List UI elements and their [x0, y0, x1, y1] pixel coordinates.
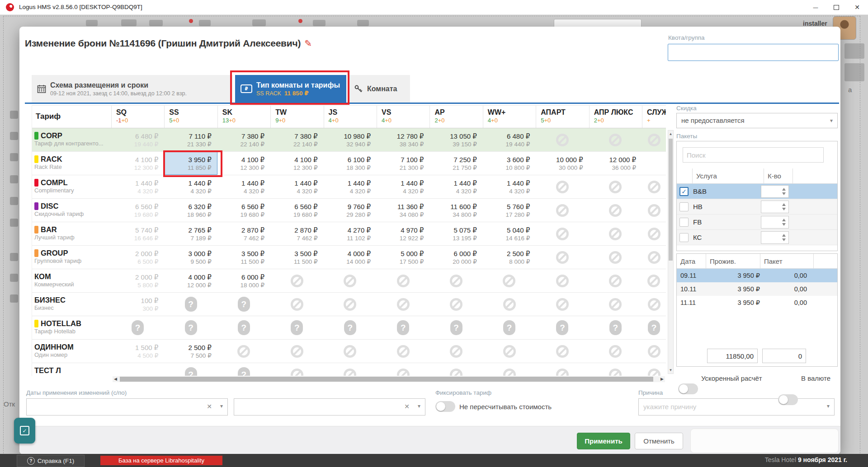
price-cell-БИЗНЕС-АПР ЛЮКС[interactable]	[589, 293, 642, 316]
price-cell-КОМ-SK[interactable]: 6 000 ₽18 000 ₽	[217, 269, 270, 292]
quantity-stepper[interactable]	[761, 216, 789, 229]
price-cell-RACK-VS[interactable]: 7 100 ₽21 300 ₽	[377, 152, 429, 175]
maximize-button[interactable]	[826, 0, 846, 14]
price-cell-GROUP-JS[interactable]: 4 000 ₽14 000 ₽	[324, 246, 377, 269]
price-cell-RACK-СЛУЖ[interactable]	[642, 152, 666, 175]
price-cell-DISC-WW+[interactable]: 5 760 ₽17 280 ₽	[483, 199, 536, 222]
stepper-down-icon[interactable]	[782, 192, 786, 195]
price-cell-BAR-АПР ЛЮКС[interactable]	[589, 222, 642, 245]
price-cell-RACK-АПР ЛЮКС[interactable]: 12 000 ₽36 000 ₽	[589, 152, 642, 175]
price-cell-COMPL-АПР ЛЮКС[interactable]	[589, 175, 642, 198]
column-header-SS[interactable]: SS5+0	[164, 106, 217, 128]
stepper-up-icon[interactable]	[782, 219, 786, 221]
price-cell-ТЕСТ Л-WW+[interactable]	[483, 363, 536, 376]
clear-icon[interactable]	[404, 403, 410, 410]
price-cell-DISC-JS[interactable]: 9 760 ₽29 280 ₽	[324, 199, 377, 222]
price-cell-RACK-AP[interactable]: 7 250 ₽21 750 ₽	[429, 152, 482, 175]
cancel-button[interactable]: Отменить	[635, 433, 683, 449]
chevron-down-icon[interactable]	[418, 403, 420, 409]
stepper-down-icon[interactable]	[782, 238, 786, 241]
chevron-down-icon[interactable]	[220, 403, 223, 409]
price-cell-COMPL-WW+[interactable]: 1 440 ₽4 320 ₽	[483, 175, 536, 198]
clear-icon[interactable]	[207, 403, 212, 410]
column-header-TW[interactable]: TW9+0	[270, 106, 323, 128]
chevron-down-icon[interactable]	[827, 403, 830, 409]
price-cell-HOTELLAB-SQ[interactable]: ?	[111, 316, 164, 339]
price-cell-COMPL-VS[interactable]: 1 440 ₽4 320 ₽	[377, 175, 429, 198]
price-cell-GROUP-SK[interactable]: 3 500 ₽11 500 ₽	[217, 246, 270, 269]
quick-action-button[interactable]	[14, 418, 35, 444]
price-cell-DISC-VS[interactable]: 11 360 ₽34 080 ₽	[377, 199, 429, 222]
grid-vertical-scrollbar[interactable]: ▲ ▼	[668, 130, 674, 374]
price-cell-ТЕСТ Л-СЛУЖ[interactable]	[642, 363, 666, 376]
price-cell-ОДИННОМ-AP[interactable]	[429, 340, 482, 363]
price-cell-HOTELLAB-AP[interactable]: ?	[429, 316, 482, 339]
price-cell-КОМ-VS[interactable]	[377, 269, 429, 292]
price-cell-CORP-SQ[interactable]: 6 480 ₽19 440 ₽	[111, 128, 164, 151]
price-cell-КОМ-АПР ЛЮКС[interactable]	[589, 269, 642, 292]
price-cell-БИЗНЕС-SS[interactable]: ?	[164, 293, 217, 316]
price-cell-ТЕСТ Л-SQ[interactable]	[111, 363, 164, 376]
stepper-down-icon[interactable]	[782, 223, 786, 226]
price-cell-ТЕСТ Л-АПАРТ[interactable]	[536, 363, 589, 376]
stepper-up-icon[interactable]	[782, 234, 786, 237]
price-cell-ТЕСТ Л-АПР ЛЮКС[interactable]	[589, 363, 642, 376]
in-currency-toggle[interactable]	[778, 394, 798, 405]
service-checkbox[interactable]	[679, 187, 689, 196]
price-cell-КОМ-SQ[interactable]: 2 000 ₽5 800 ₽	[111, 269, 164, 292]
tab-room[interactable]: Комната	[349, 75, 410, 103]
total-amount-field[interactable]: 11850,00	[707, 349, 758, 363]
price-cell-БИЗНЕС-TW[interactable]	[270, 293, 323, 316]
column-header-VS[interactable]: VS4+0	[377, 106, 429, 128]
price-cell-GROUP-WW+[interactable]: 2 500 ₽8 000 ₽	[483, 246, 536, 269]
price-cell-COMPL-СЛУЖ[interactable]	[642, 175, 666, 198]
price-cell-КОМ-WW+[interactable]	[483, 269, 536, 292]
price-cell-BAR-WW+[interactable]: 5 040 ₽14 616 ₽	[483, 222, 536, 245]
quantity-stepper[interactable]	[761, 201, 789, 213]
price-cell-ОДИННОМ-СЛУЖ[interactable]	[642, 340, 666, 363]
column-header-WW+[interactable]: WW+4+0	[483, 106, 536, 128]
price-cell-КОМ-СЛУЖ[interactable]	[642, 269, 666, 292]
price-cell-BAR-АПАРТ[interactable]	[536, 222, 589, 245]
price-cell-ТЕСТ Л-AP[interactable]	[429, 363, 482, 376]
price-cell-HOTELLAB-СЛУЖ[interactable]: ?	[642, 316, 666, 339]
minimize-button[interactable]	[806, 0, 826, 14]
accelerated-calc-toggle[interactable]	[678, 383, 698, 394]
price-cell-ОДИННОМ-TW[interactable]	[270, 340, 323, 363]
scroll-down-icon[interactable]: ▼	[668, 368, 673, 372]
column-header-АПАРТ[interactable]: АПАРТ5+0	[536, 106, 589, 128]
price-cell-BAR-SS[interactable]: 2 765 ₽7 189 ₽	[164, 222, 217, 245]
price-cell-COMPL-АПАРТ[interactable]	[536, 175, 589, 198]
service-checkbox[interactable]	[679, 233, 689, 242]
price-cell-БИЗНЕС-SQ[interactable]: 100 ₽300 ₽	[111, 293, 164, 316]
chevron-down-icon[interactable]	[830, 117, 833, 124]
price-cell-COMPL-JS[interactable]: 1 440 ₽4 320 ₽	[324, 175, 377, 198]
price-cell-GROUP-SS[interactable]: 3 000 ₽9 500 ₽	[164, 246, 217, 269]
scrollbar-thumb[interactable]	[120, 377, 653, 382]
price-cell-GROUP-TW[interactable]: 3 500 ₽11 500 ₽	[270, 246, 323, 269]
price-cell-GROUP-VS[interactable]: 5 000 ₽17 500 ₽	[377, 246, 429, 269]
price-cell-DISC-АПР ЛЮКС[interactable]	[589, 199, 642, 222]
price-cell-DISC-TW[interactable]: 6 560 ₽19 680 ₽	[270, 199, 323, 222]
price-cell-CORP-AP[interactable]: 13 050 ₽39 150 ₽	[429, 128, 482, 151]
help-button[interactable]: Справка (F1)	[17, 455, 85, 467]
price-cell-BAR-SK[interactable]: 2 870 ₽7 462 ₽	[217, 222, 270, 245]
service-row-КС[interactable]: КС	[677, 230, 837, 245]
scrollbar-thumb[interactable]	[669, 139, 673, 261]
tab-placement-scheme[interactable]: Схема размещения и сроки 09-12 ноя 2021,…	[32, 75, 233, 103]
price-cell-ОДИННОМ-АПАРТ[interactable]	[536, 340, 589, 363]
price-cell-ОДИННОМ-JS[interactable]	[324, 340, 377, 363]
price-cell-КОМ-TW[interactable]	[270, 269, 323, 292]
price-cell-КОМ-JS[interactable]	[324, 269, 377, 292]
price-cell-HOTELLAB-TW[interactable]: ?	[270, 316, 323, 339]
price-cell-BAR-JS[interactable]: 4 270 ₽11 102 ₽	[324, 222, 377, 245]
price-cell-БИЗНЕС-СЛУЖ[interactable]	[642, 293, 666, 316]
price-cell-CORP-TW[interactable]: 7 380 ₽22 140 ₽	[270, 128, 323, 151]
quantity-stepper[interactable]	[761, 231, 789, 244]
service-checkbox[interactable]	[679, 218, 689, 227]
price-cell-БИЗНЕС-VS[interactable]	[377, 293, 429, 316]
date-from-combo[interactable]	[26, 398, 228, 416]
price-cell-DISC-СЛУЖ[interactable]	[642, 199, 666, 222]
package-search-input[interactable]	[683, 147, 824, 163]
column-header-JS[interactable]: JS4+0	[324, 106, 377, 128]
